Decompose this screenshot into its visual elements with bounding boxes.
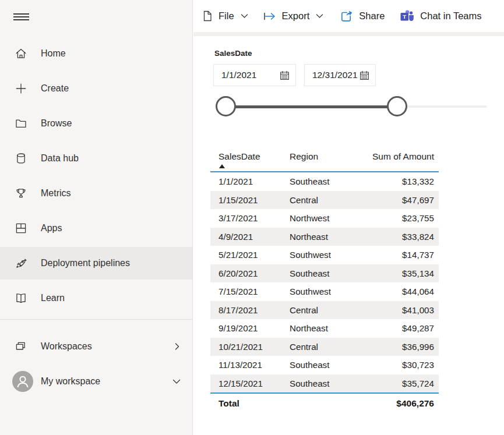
sidebar-item-label: Create	[41, 83, 69, 94]
sidebar-bottom-nav: Workspaces My workspace	[0, 331, 192, 401]
column-header-amount[interactable]: Sum of Amount	[351, 148, 439, 172]
chevron-down-icon	[239, 11, 249, 21]
sidebar-item-workspaces[interactable]: Workspaces	[0, 331, 192, 362]
apps-grid-icon	[15, 222, 27, 235]
sidebar-item-label: Browse	[41, 118, 72, 129]
start-date-input[interactable]	[221, 70, 279, 80]
sidebar-item-label: Metrics	[41, 188, 71, 199]
share-button[interactable]: Share	[340, 9, 385, 23]
svg-text:T: T	[403, 13, 407, 20]
slider-selected-range	[226, 105, 397, 108]
sidebar-nav: Home Create Browse Data hub Metrics	[0, 37, 192, 317]
table-row: 6/20/2021Southeast$35,134	[210, 264, 439, 283]
trophy-icon	[15, 187, 27, 200]
toolbar-bottom-strip	[193, 32, 504, 36]
sidebar-item-metrics[interactable]: Metrics	[0, 177, 192, 210]
chevron-right-icon	[172, 342, 182, 351]
share-label: Share	[359, 10, 385, 22]
start-date-field	[213, 64, 296, 86]
column-header-salesdate[interactable]: SalesDate	[210, 148, 290, 172]
sales-table: SalesDate Region Sum of Amount 1/1/2021S…	[210, 148, 439, 413]
book-icon	[15, 292, 27, 305]
folder-icon	[15, 117, 27, 130]
table-row: 3/17/2021Northwest$23,755	[210, 209, 439, 228]
sidebar-item-my-workspace[interactable]: My workspace	[0, 366, 192, 397]
slicer-title: SalesDate	[214, 49, 252, 58]
sidebar-item-browse[interactable]: Browse	[0, 107, 192, 140]
chevron-down-icon	[171, 376, 182, 387]
column-header-region[interactable]: Region	[290, 148, 351, 172]
total-value: $406,276	[351, 393, 439, 413]
plus-icon	[15, 82, 27, 95]
file-menu-button[interactable]: File	[202, 10, 249, 22]
home-icon	[15, 47, 27, 60]
slider-end-handle[interactable]	[387, 96, 407, 116]
chevron-down-icon	[315, 11, 325, 21]
sidebar-item-home[interactable]: Home	[0, 37, 192, 70]
sidebar-item-data-hub[interactable]: Data hub	[0, 142, 192, 175]
teams-icon: T	[400, 9, 415, 23]
sidebar-item-label: Workspaces	[41, 341, 92, 352]
export-menu-label: Export	[282, 10, 310, 22]
file-menu-label: File	[218, 10, 234, 22]
sidebar-item-label: Deployment pipelines	[41, 258, 130, 268]
sidebar-item-create[interactable]: Create	[0, 72, 192, 105]
window-stack-icon	[15, 340, 27, 353]
calendar-icon[interactable]	[279, 70, 290, 81]
table-row: 12/15/2021Southeast$35,724	[210, 374, 439, 394]
table-row: 9/19/2021Northeast$49,287	[210, 319, 439, 338]
chat-in-teams-button[interactable]: T Chat in Teams	[400, 9, 481, 23]
powerbi-app: { "sidebar": { "items": [ {"label": "Hom…	[0, 0, 504, 435]
database-icon	[15, 152, 27, 165]
rocket-icon	[15, 257, 27, 270]
sidebar-item-learn[interactable]: Learn	[0, 282, 192, 314]
sidebar-item-apps[interactable]: Apps	[0, 212, 192, 245]
nav-sidebar: Home Create Browse Data hub Metrics	[0, 0, 193, 435]
hamburger-menu-icon[interactable]	[13, 13, 29, 22]
sidebar-item-label: Data hub	[41, 153, 79, 164]
share-icon	[340, 9, 354, 23]
sidebar-item-label: Learn	[41, 293, 65, 303]
report-action-bar: File Export Share T Chat in Teams	[193, 0, 504, 32]
sidebar-item-label: My workspace	[41, 376, 100, 387]
table-total-row: Total $406,276	[210, 393, 439, 413]
sidebar-item-label: Home	[41, 48, 66, 59]
total-label: Total	[210, 393, 290, 413]
table-row: 7/15/2021Southwest$44,064	[210, 282, 439, 301]
calendar-icon[interactable]	[359, 70, 370, 81]
table-header-row: SalesDate Region Sum of Amount	[210, 148, 439, 172]
sidebar-item-deployment-pipelines[interactable]: Deployment pipelines	[0, 247, 192, 280]
table-row: 4/9/2021Northeast$33,824	[210, 228, 439, 246]
export-icon	[263, 11, 277, 22]
table-row: 8/17/2021Central$41,003	[210, 301, 439, 320]
table-row: 1/15/2021Central$47,697	[210, 191, 439, 210]
table-row: 10/21/2021Central$36,996	[210, 338, 439, 356]
sort-ascending-icon	[219, 164, 225, 168]
sidebar-divider	[0, 319, 192, 320]
file-icon	[202, 10, 213, 22]
table-row: 5/21/2021Southwest$14,737	[210, 246, 439, 264]
table-row: 11/13/2021Southeast$30,723	[210, 356, 439, 374]
export-menu-button[interactable]: Export	[263, 10, 325, 22]
end-date-input[interactable]	[312, 70, 359, 80]
table-row: 1/1/2021Southeast$13,332	[210, 172, 439, 191]
chat-in-teams-label: Chat in Teams	[420, 10, 481, 22]
avatar	[12, 371, 33, 392]
slider-start-handle[interactable]	[216, 96, 236, 116]
end-date-field	[304, 64, 376, 86]
sidebar-item-label: Apps	[41, 223, 62, 234]
